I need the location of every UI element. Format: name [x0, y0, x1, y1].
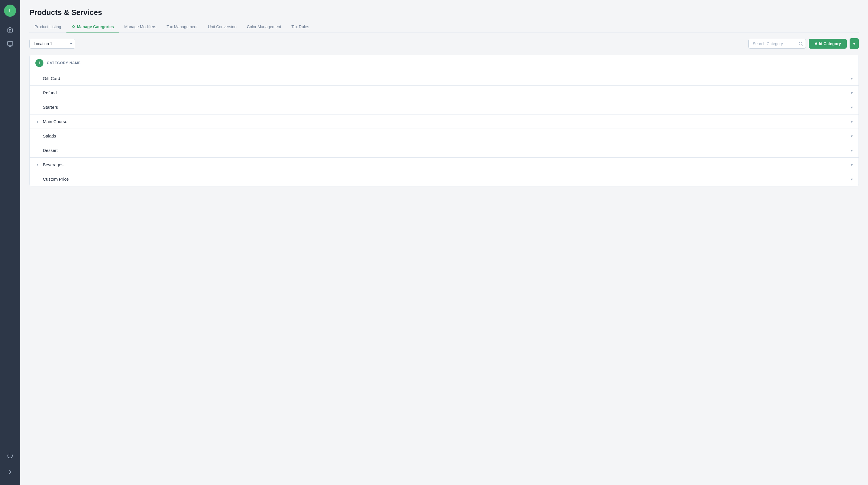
chevron-down-icon: ▾	[851, 148, 853, 153]
location-dropdown[interactable]: Location 1 Location 2 Location 3	[29, 39, 75, 49]
category-row-left: Gift Card	[35, 76, 60, 81]
chevron-right-icon: ›	[35, 162, 40, 167]
chevron-right-icon: ›	[35, 119, 40, 124]
tab-tax-management[interactable]: Tax Management	[161, 22, 203, 32]
category-name-refund: Refund	[43, 90, 57, 95]
tab-manage-categories[interactable]: ☆ Manage Categories	[66, 22, 119, 32]
table-row[interactable]: › Main Course ▾	[30, 115, 859, 129]
table-row[interactable]: › Beverages ▾	[30, 158, 859, 172]
page-title: Products & Services	[29, 8, 859, 17]
sidebar-item-power[interactable]	[4, 449, 16, 461]
category-column-header: CATEGORY NAME	[47, 61, 81, 65]
chevron-down-icon: ▾	[851, 134, 853, 139]
sidebar-item-monitor[interactable]	[4, 38, 16, 50]
category-name-custom-price: Custom Price	[43, 177, 69, 182]
add-category-inline-button[interactable]: +	[35, 59, 43, 67]
tab-color-management[interactable]: Color Management	[242, 22, 286, 32]
category-row-left: Custom Price	[35, 177, 69, 182]
category-row-left: Salads	[35, 133, 56, 139]
main-content: Products & Services Product Listing ☆ Ma…	[20, 0, 868, 485]
location-select-wrapper[interactable]: Location 1 Location 2 Location 3	[29, 39, 75, 49]
tab-product-listing[interactable]: Product Listing	[29, 22, 66, 32]
page-header: Products & Services Product Listing ☆ Ma…	[20, 0, 868, 32]
category-name-beverages: Beverages	[43, 162, 64, 167]
chevron-down-icon: ▾	[851, 177, 853, 182]
category-row-left: Refund	[35, 90, 57, 95]
chevron-down-icon: ▾	[851, 91, 853, 95]
table-row[interactable]: Gift Card ▾	[30, 71, 859, 86]
category-name-gift-card: Gift Card	[43, 76, 60, 81]
toolbar-right: Add Category ▾	[748, 38, 859, 49]
user-avatar[interactable]: L	[4, 5, 16, 17]
sidebar-item-expand[interactable]	[4, 466, 16, 478]
tab-tax-rules[interactable]: Tax Rules	[286, 22, 314, 32]
category-row-left: › Beverages	[35, 162, 64, 167]
table-row[interactable]: Salads ▾	[30, 129, 859, 143]
tab-manage-modifiers[interactable]: Manage Modifiers	[119, 22, 161, 32]
add-category-dropdown-toggle[interactable]: ▾	[849, 38, 859, 49]
chevron-down-icon: ▾	[851, 76, 853, 81]
sidebar: L	[0, 0, 20, 485]
category-table-header: + CATEGORY NAME	[30, 55, 859, 71]
chevron-down-icon: ▾	[851, 162, 853, 167]
category-name-main-course: Main Course	[43, 119, 67, 124]
table-row[interactable]: Dessert ▾	[30, 143, 859, 158]
toolbar: Location 1 Location 2 Location 3 Add Cat…	[29, 38, 859, 49]
svg-rect-0	[7, 42, 13, 46]
category-row-left: Starters	[35, 105, 58, 110]
category-name-starters: Starters	[43, 105, 58, 110]
category-name-salads: Salads	[43, 133, 56, 139]
add-category-button[interactable]: Add Category	[809, 39, 847, 49]
search-box	[748, 39, 806, 49]
content-area: Location 1 Location 2 Location 3 Add Cat…	[20, 32, 868, 485]
category-name-dessert: Dessert	[43, 148, 58, 153]
table-row[interactable]: Refund ▾	[30, 86, 859, 100]
tab-unit-conversion[interactable]: Unit Conversion	[203, 22, 242, 32]
category-table: + CATEGORY NAME Gift Card ▾ Refund ▾	[29, 55, 859, 186]
table-row[interactable]: Starters ▾	[30, 100, 859, 115]
chevron-down-icon: ▾	[851, 105, 853, 110]
tabs-nav: Product Listing ☆ Manage Categories Mana…	[29, 22, 859, 32]
search-input[interactable]	[748, 39, 806, 49]
category-row-left: › Main Course	[35, 119, 67, 124]
tab-star-icon: ☆	[72, 25, 75, 29]
table-row[interactable]: Custom Price ▾	[30, 172, 859, 186]
sidebar-item-home[interactable]	[4, 24, 16, 36]
chevron-down-icon: ▾	[851, 119, 853, 124]
category-row-left: Dessert	[35, 148, 58, 153]
